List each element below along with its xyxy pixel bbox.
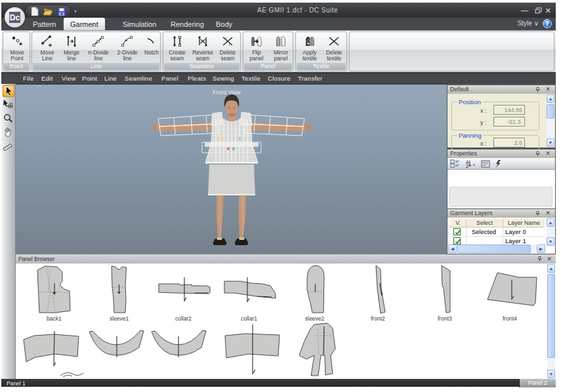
svg-text:front2: front2: [371, 315, 385, 322]
svg-text:collar2: collar2: [175, 315, 192, 322]
svg-text:sleeve1: sleeve1: [110, 315, 129, 322]
svg-text:Z: Z: [466, 164, 469, 168]
svg-text:collar1: collar1: [241, 315, 257, 322]
svg-text:front4: front4: [503, 315, 517, 322]
svg-text:back1: back1: [47, 315, 62, 322]
svg-text:sleeve2: sleeve2: [305, 315, 325, 322]
svg-text:front3: front3: [438, 315, 452, 322]
